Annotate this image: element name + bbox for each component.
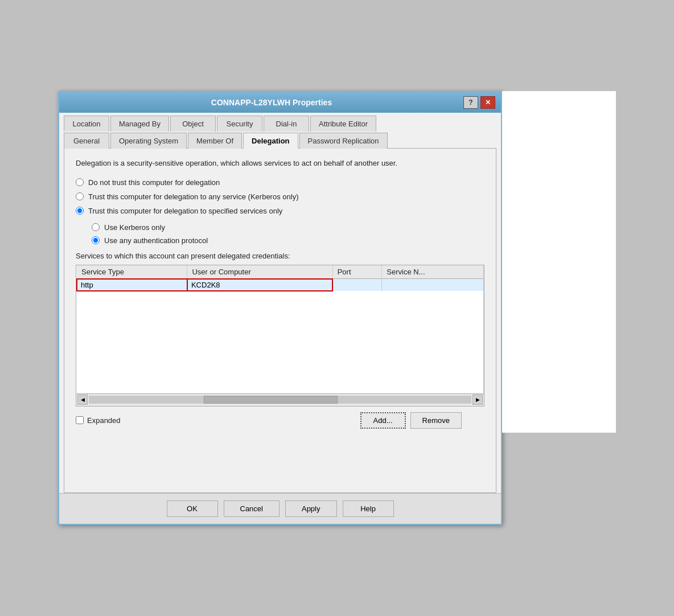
tab-password-replication[interactable]: Password Replication [299, 133, 388, 149]
radio-trust-specified-label: Trust this computer for delegation to sp… [88, 207, 282, 215]
empty-row [77, 291, 484, 393]
scroll-thumb[interactable] [204, 396, 338, 404]
tab-operating-system[interactable]: Operating System [110, 133, 187, 149]
scroll-track[interactable] [89, 396, 471, 404]
radio-any-protocol-label: Use any authentication protocol [104, 236, 208, 245]
radio-no-trust-input[interactable] [76, 178, 84, 186]
tab-delegation[interactable]: Delegation [243, 133, 298, 149]
tab-security[interactable]: Security [217, 116, 262, 132]
radio-trust-any-label: Trust this computer for delegation to an… [88, 192, 298, 201]
services-table-container: Service Type User or Computer Port Servi… [76, 265, 484, 406]
delegation-description: Delegation is a security-sensitive opera… [76, 158, 484, 169]
tab-attribute-editor[interactable]: Attribute Editor [310, 116, 376, 132]
help-title-button[interactable]: ? [463, 96, 478, 109]
tab-location[interactable]: Location [64, 116, 109, 132]
add-remove-buttons: Add... Remove [360, 412, 462, 429]
radio-any-protocol[interactable]: Use any authentication protocol [92, 236, 484, 245]
expanded-checkbox-label[interactable]: Expanded [76, 416, 121, 425]
dialog-title: CONNAPP-L28YLWH Properties [80, 98, 463, 107]
tab-content: Delegation is a security-sensitive opera… [64, 148, 496, 493]
sub-radio-group: Use Kerberos only Use any authentication… [92, 223, 484, 245]
col-user-computer: User or Computer [187, 265, 332, 279]
radio-trust-any-input[interactable] [76, 192, 84, 200]
radio-trust-specified-input[interactable] [76, 207, 84, 215]
tab-row-2: General Operating System Member Of Deleg… [64, 132, 496, 148]
close-button[interactable]: ✕ [480, 96, 495, 109]
bottom-controls: Expanded Add... Remove [76, 412, 484, 429]
scroll-right-button[interactable]: ▶ [472, 395, 483, 405]
radio-no-trust-label: Do not trust this computer for delegatio… [88, 178, 220, 187]
tab-object[interactable]: Object [170, 116, 216, 132]
col-port: Port [332, 265, 382, 279]
expanded-checkbox[interactable] [76, 416, 84, 424]
cell-user-computer: KCD2K8 [187, 279, 332, 291]
cancel-button[interactable]: Cancel [224, 500, 280, 517]
radio-no-trust[interactable]: Do not trust this computer for delegatio… [76, 178, 484, 187]
tab-managed-by[interactable]: Managed By [110, 116, 169, 132]
dialog-footer: OK Cancel Apply Help [59, 493, 501, 524]
remove-button[interactable]: Remove [410, 412, 462, 429]
spacer [76, 438, 484, 483]
radio-kerberos-only-label: Use Kerberos only [104, 223, 165, 232]
add-button[interactable]: Add... [360, 412, 406, 429]
cell-port [332, 279, 382, 291]
title-bar: CONNAPP-L28YLWH Properties ? ✕ [59, 92, 501, 113]
right-panel [502, 91, 616, 433]
help-button[interactable]: Help [343, 500, 394, 517]
tab-row-1: Location Managed By Object Security Dial… [64, 115, 496, 131]
tab-dial-in[interactable]: Dial-in [264, 116, 309, 132]
cell-service-type: http [77, 279, 187, 291]
services-table: Service Type User or Computer Port Servi… [76, 265, 484, 393]
apply-button[interactable]: Apply [285, 500, 337, 517]
ok-button[interactable]: OK [167, 500, 218, 517]
tab-area: Location Managed By Object Security Dial… [59, 113, 501, 148]
cell-service-name [382, 279, 484, 291]
horizontal-scrollbar[interactable]: ◀ ▶ [76, 393, 484, 406]
services-label: Services to which this account can prese… [76, 252, 484, 260]
radio-kerberos-only[interactable]: Use Kerberos only [92, 223, 484, 232]
radio-trust-any[interactable]: Trust this computer for delegation to an… [76, 192, 484, 201]
radio-trust-specified[interactable]: Trust this computer for delegation to sp… [76, 207, 484, 215]
table-header-row: Service Type User or Computer Port Servi… [77, 265, 484, 279]
delegation-radio-group: Do not trust this computer for delegatio… [76, 178, 484, 215]
expanded-label: Expanded [87, 416, 121, 425]
table-row[interactable]: http KCD2K8 [77, 279, 484, 291]
col-service-type: Service Type [77, 265, 187, 279]
radio-any-protocol-input[interactable] [92, 236, 100, 244]
radio-kerberos-only-input[interactable] [92, 223, 100, 231]
col-service-name: Service N... [382, 265, 484, 279]
tab-general[interactable]: General [64, 133, 109, 149]
tab-member-of[interactable]: Member Of [188, 133, 242, 149]
scroll-left-button[interactable]: ◀ [77, 395, 88, 405]
